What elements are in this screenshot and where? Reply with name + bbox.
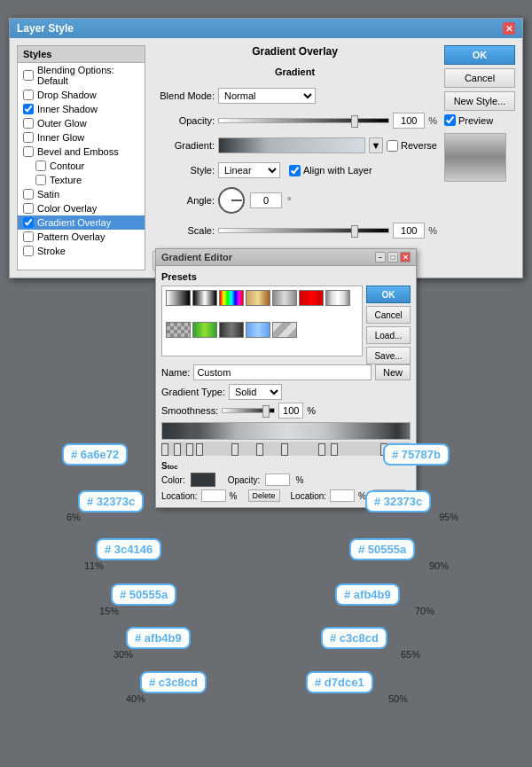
pct-65: 65% bbox=[401, 649, 420, 660]
ge-new-button[interactable]: New bbox=[375, 364, 411, 380]
style-pattern-overlay[interactable]: Pattern Overlay bbox=[18, 230, 145, 244]
preset-checker[interactable] bbox=[166, 322, 191, 338]
close-button[interactable]: ✕ bbox=[503, 22, 515, 35]
style-contour[interactable]: Contour bbox=[18, 159, 145, 173]
ge-presets-area[interactable] bbox=[161, 286, 363, 356]
opacity-slider[interactable] bbox=[218, 118, 389, 123]
ge-title: Gradient Editor bbox=[161, 252, 232, 262]
ge-loc-input2[interactable] bbox=[330, 489, 355, 502]
preview-checkbox[interactable] bbox=[444, 114, 456, 126]
ge-stop-0[interactable] bbox=[161, 443, 168, 456]
scale-input[interactable] bbox=[393, 223, 425, 239]
ge-cancel-button[interactable]: Cancel bbox=[366, 306, 411, 324]
ge-load-button[interactable]: Load... bbox=[366, 326, 411, 344]
preset-chrome[interactable] bbox=[325, 290, 350, 306]
ge-name-label: Name: bbox=[161, 367, 190, 378]
gradient-overlay-checkbox[interactable] bbox=[23, 217, 34, 228]
style-texture[interactable]: Texture bbox=[18, 173, 145, 187]
angle-dial[interactable] bbox=[218, 187, 245, 214]
opacity-label: Opacity: bbox=[153, 115, 215, 126]
ge-color-label: Color: bbox=[161, 475, 185, 485]
ge-save-button[interactable]: Save... bbox=[366, 347, 411, 364]
ge-name-input[interactable] bbox=[193, 364, 372, 380]
ge-stop-65[interactable] bbox=[318, 443, 325, 456]
ge-loc-label: Location: bbox=[161, 491, 198, 501]
ge-stop-6[interactable] bbox=[174, 443, 181, 456]
gradient-dropdown[interactable]: ▼ bbox=[369, 137, 383, 153]
style-drop-shadow[interactable]: Drop Shadow bbox=[18, 88, 145, 102]
contour-checkbox[interactable] bbox=[35, 160, 46, 171]
style-stroke[interactable]: Stroke bbox=[18, 244, 145, 258]
ge-smooth-row: Smoothness: % bbox=[161, 403, 411, 419]
blending-checkbox[interactable] bbox=[23, 70, 34, 81]
style-inner-shadow[interactable]: Inner Shadow bbox=[18, 102, 145, 116]
ge-loc-input[interactable] bbox=[201, 489, 226, 502]
ge-ok-button[interactable]: OK bbox=[366, 286, 411, 303]
gradient-bar[interactable] bbox=[218, 137, 365, 153]
satin-checkbox[interactable] bbox=[23, 189, 34, 200]
ge-close-button[interactable]: ✕ bbox=[400, 252, 411, 262]
scale-row: Scale: % bbox=[153, 223, 437, 239]
preset-rainbow[interactable] bbox=[219, 290, 244, 306]
align-label[interactable]: Align with Layer bbox=[289, 165, 372, 176]
ge-stop-30[interactable] bbox=[231, 443, 239, 456]
ge-color-swatch[interactable] bbox=[191, 473, 215, 487]
style-inner-glow[interactable]: Inner Glow bbox=[18, 130, 145, 145]
align-checkbox[interactable] bbox=[289, 165, 301, 176]
color-bubble-32373c-left1: # 32373c bbox=[78, 490, 144, 513]
blend-mode-label: Blend Mode: bbox=[153, 90, 215, 101]
ge-stop-11[interactable] bbox=[186, 443, 193, 456]
ge-minimize-button[interactable]: − bbox=[375, 252, 386, 262]
angle-input[interactable] bbox=[250, 192, 282, 208]
ge-stop-50[interactable] bbox=[281, 443, 288, 456]
ge-type-select[interactable]: Solid bbox=[229, 384, 282, 400]
reverse-checkbox[interactable] bbox=[387, 140, 398, 152]
preset-dark[interactable] bbox=[219, 322, 244, 338]
outer-glow-checkbox[interactable] bbox=[23, 118, 34, 129]
style-gradient-overlay[interactable]: Gradient Overlay bbox=[18, 215, 145, 230]
ge-smooth-label: Smoothness: bbox=[161, 405, 218, 416]
color-bubble-32373c-right1: # 32373c bbox=[365, 490, 431, 513]
ge-smooth-input[interactable] bbox=[278, 403, 303, 419]
ge-stop-40[interactable] bbox=[256, 443, 263, 456]
preset-silver[interactable] bbox=[272, 290, 297, 306]
ge-stop-15[interactable] bbox=[196, 443, 203, 456]
texture-checkbox[interactable] bbox=[35, 175, 46, 185]
ge-delete-button[interactable]: Delete bbox=[248, 489, 280, 502]
preset-transparent[interactable] bbox=[192, 290, 217, 306]
ge-gradient-preview[interactable] bbox=[161, 422, 411, 440]
preset-bw[interactable] bbox=[166, 290, 191, 306]
preset-red[interactable] bbox=[299, 290, 324, 306]
stroke-checkbox[interactable] bbox=[23, 246, 34, 256]
style-satin[interactable]: Satin bbox=[18, 187, 145, 201]
style-select[interactable]: Linear bbox=[218, 162, 280, 178]
inner-shadow-checkbox[interactable] bbox=[23, 104, 34, 114]
section-title: Gradient Overlay bbox=[153, 45, 437, 58]
blend-mode-select[interactable]: Normal bbox=[218, 88, 316, 104]
preset-gold[interactable] bbox=[246, 290, 270, 306]
pct-95: 95% bbox=[439, 512, 458, 522]
new-style-button[interactable]: New Style... bbox=[444, 91, 515, 111]
ge-maximize-button[interactable]: □ bbox=[387, 252, 398, 262]
inner-glow-checkbox[interactable] bbox=[23, 132, 34, 143]
preset-diagonal[interactable] bbox=[272, 322, 297, 338]
bevel-emboss-checkbox[interactable] bbox=[23, 146, 34, 157]
ge-smooth-slider[interactable] bbox=[222, 408, 275, 413]
style-outer-glow[interactable]: Outer Glow bbox=[18, 116, 145, 130]
pattern-overlay-checkbox[interactable] bbox=[23, 231, 34, 242]
ge-opacity-input2[interactable] bbox=[265, 474, 290, 486]
opacity-input[interactable] bbox=[393, 113, 425, 129]
style-color-overlay[interactable]: Color Overlay bbox=[18, 201, 145, 215]
color-bubble-afb4b9-right3: # afb4b9 bbox=[335, 583, 400, 606]
reverse-label[interactable]: Reverse bbox=[387, 140, 437, 152]
style-bevel-emboss[interactable]: Bevel and Emboss bbox=[18, 145, 145, 159]
preset-blue[interactable] bbox=[246, 322, 270, 338]
style-blending-options[interactable]: Blending Options: Default bbox=[18, 63, 145, 88]
drop-shadow-checkbox[interactable] bbox=[23, 90, 34, 100]
ge-stop-70[interactable] bbox=[331, 443, 338, 456]
preset-green[interactable] bbox=[192, 322, 217, 338]
cancel-button[interactable]: Cancel bbox=[444, 68, 515, 88]
color-overlay-checkbox[interactable] bbox=[23, 203, 34, 214]
ok-button[interactable]: OK bbox=[444, 45, 515, 65]
scale-slider[interactable] bbox=[218, 228, 389, 233]
